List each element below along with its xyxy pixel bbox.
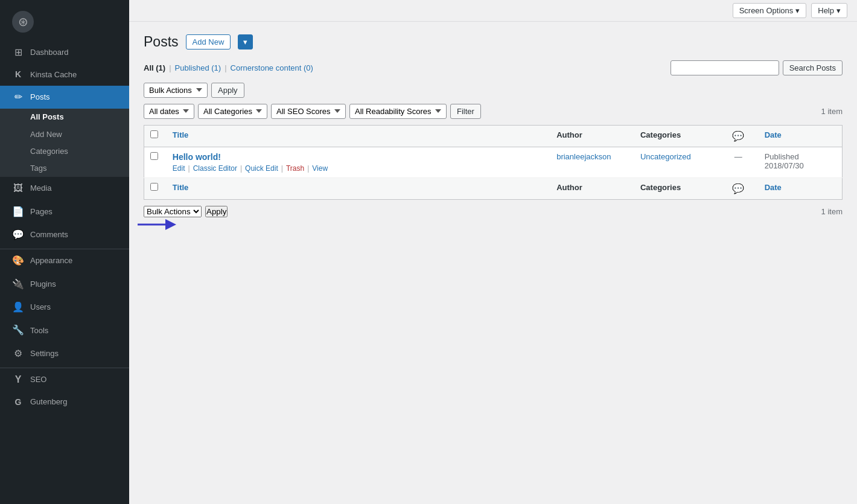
select-all-checkbox[interactable] <box>150 130 158 138</box>
sidebar-item-label: Gutenberg <box>30 397 67 407</box>
screen-options-label: Screen Options <box>739 6 794 15</box>
sidebar-item-plugins[interactable]: 🔌 Plugins <box>0 273 129 296</box>
edit-link[interactable]: Edit <box>173 164 185 173</box>
sidebar-item-add-new-post[interactable]: Add New <box>0 126 129 143</box>
sidebar-item-seo[interactable]: Y SEO <box>0 368 129 391</box>
seo-filter-select[interactable]: All SEO Scores <box>271 104 346 119</box>
all-link[interactable]: All (1) <box>144 63 165 72</box>
sidebar-item-label: Pages <box>30 206 53 217</box>
sidebar-item-label: Kinsta Cache <box>30 69 77 80</box>
select-all-bottom-checkbox[interactable] <box>150 183 158 191</box>
search-input[interactable] <box>671 60 779 75</box>
published-link[interactable]: Published (1) <box>175 63 221 72</box>
sidebar-item-posts[interactable]: ✏ Posts <box>0 86 129 109</box>
search-posts-button[interactable]: Search Posts <box>783 60 843 75</box>
add-new-dropdown-button[interactable]: ▾ <box>238 34 253 49</box>
row-check-cell <box>144 147 167 177</box>
plugins-icon: 🔌 <box>12 278 24 291</box>
sidebar-item-dashboard[interactable]: ⊞ Dashboard <box>0 41 129 64</box>
sidebar-item-all-posts[interactable]: All Posts <box>0 109 129 126</box>
th-title: Title <box>167 125 550 147</box>
sidebar-item-label: Settings <box>30 348 59 359</box>
category-link[interactable]: Uncategorized <box>640 152 691 161</box>
comments-icon: 💬 <box>12 228 24 241</box>
screen-options-chevron-icon: ▾ <box>795 6 800 15</box>
dashboard-icon: ⊞ <box>12 46 24 59</box>
quick-edit-link[interactable]: Quick Edit <box>245 164 278 173</box>
tools-icon: 🔧 <box>12 324 24 337</box>
sidebar-item-kinsta-cache[interactable]: K Kinsta Cache <box>0 64 129 86</box>
item-count-bottom: 1 item <box>821 207 843 216</box>
row-author-cell: brianleejackson <box>550 147 634 177</box>
filter-row: All dates All Categories All SEO Scores … <box>144 104 843 119</box>
row-categories-cell: Uncategorized <box>634 147 718 177</box>
posts-icon: ✏ <box>12 91 24 104</box>
post-row-actions: Edit | Classic Editor | Quick Edit | Tra… <box>173 164 544 173</box>
row-title-cell: Hello world! Edit | Classic Editor | Qui… <box>167 147 550 177</box>
row-checkbox[interactable] <box>150 152 158 160</box>
view-link[interactable]: View <box>312 164 328 173</box>
sidebar-item-categories[interactable]: Categories <box>0 143 129 160</box>
filter-links-bar: All (1) | Published (1) | Cornerstone co… <box>144 60 843 75</box>
sidebar-item-label: Comments <box>30 229 68 240</box>
add-new-button[interactable]: Add New <box>186 34 231 49</box>
kinsta-cache-icon: K <box>12 69 24 81</box>
sidebar-item-media[interactable]: 🖼 Media <box>0 177 129 200</box>
th-comments: 💬 <box>718 125 759 147</box>
title-col-bottom-link[interactable]: Title <box>173 183 189 192</box>
trash-link[interactable]: Trash <box>286 164 304 173</box>
sidebar-item-label: Plugins <box>30 279 56 290</box>
author-link[interactable]: brianleejackson <box>556 152 611 161</box>
title-col-link[interactable]: Title <box>173 130 189 139</box>
sidebar-item-label: Appearance <box>30 255 72 266</box>
sidebar-item-users[interactable]: 👤 Users <box>0 296 129 319</box>
filter-sep-2: | <box>225 63 226 72</box>
filter-button[interactable]: Filter <box>450 104 481 119</box>
th-author: Author <box>550 125 634 147</box>
search-box: Search Posts <box>671 60 843 75</box>
add-new-label: Add New <box>30 129 62 140</box>
posts-table: Title Author Categories 💬 Date <box>144 125 843 200</box>
sidebar-item-label: Media <box>30 183 51 194</box>
post-title-link[interactable]: Hello world! <box>173 152 221 162</box>
sidebar-item-tags[interactable]: Tags <box>0 160 129 177</box>
help-button[interactable]: Help ▾ <box>811 3 847 18</box>
classic-editor-link[interactable]: Classic Editor <box>193 164 237 173</box>
settings-icon: ⚙ <box>12 347 24 360</box>
date-col-link[interactable]: Date <box>765 130 782 139</box>
sidebar-item-pages[interactable]: 📄 Pages <box>0 200 129 223</box>
topbar: Screen Options ▾ Help ▾ <box>129 0 857 22</box>
posts-submenu: All Posts Add New Categories Tags <box>0 109 129 177</box>
th-categories: Categories <box>634 125 718 147</box>
sidebar-item-label: Posts <box>30 92 50 103</box>
bulk-actions-bottom-bar: Bulk Actions Apply <box>144 206 228 217</box>
dates-filter-select[interactable]: All dates <box>144 104 194 119</box>
bulk-actions-top-select[interactable]: Bulk Actions <box>144 83 208 98</box>
th-date-bottom: Date <box>759 177 843 199</box>
bulk-actions-bottom-select[interactable]: Bulk Actions <box>144 206 202 217</box>
apply-top-button[interactable]: Apply <box>211 83 244 98</box>
help-label: Help <box>818 6 834 15</box>
categories-filter-select[interactable]: All Categories <box>198 104 267 119</box>
th-title-bottom: Title <box>167 177 550 199</box>
th-check-bottom <box>144 177 167 199</box>
sidebar-item-appearance[interactable]: 🎨 Appearance <box>0 249 129 272</box>
readability-filter-select[interactable]: All Readability Scores <box>349 104 447 119</box>
th-comments-bottom: 💬 <box>718 177 759 199</box>
sidebar-item-gutenberg[interactable]: G Gutenberg <box>0 392 129 413</box>
date-col-bottom-link[interactable]: Date <box>765 183 782 192</box>
comment-header-icon: 💬 <box>732 131 744 141</box>
sidebar-item-settings[interactable]: ⚙ Settings <box>0 342 129 365</box>
help-chevron-icon: ▾ <box>836 6 841 15</box>
th-categories-bottom: Categories <box>634 177 718 199</box>
cornerstone-link[interactable]: Cornerstone content (0) <box>231 63 313 72</box>
sidebar-item-tools[interactable]: 🔧 Tools <box>0 319 129 342</box>
apply-bottom-button[interactable]: Apply <box>205 206 228 217</box>
table-header-row: Title Author Categories 💬 Date <box>144 125 843 147</box>
screen-options-button[interactable]: Screen Options ▾ <box>733 3 807 18</box>
sidebar-item-comments[interactable]: 💬 Comments <box>0 223 129 246</box>
filter-all[interactable]: All (1) <box>144 63 165 72</box>
table-row: Hello world! Edit | Classic Editor | Qui… <box>144 147 843 177</box>
bottom-bar: Bulk Actions Apply 1 item <box>144 206 843 217</box>
media-icon: 🖼 <box>12 182 24 195</box>
